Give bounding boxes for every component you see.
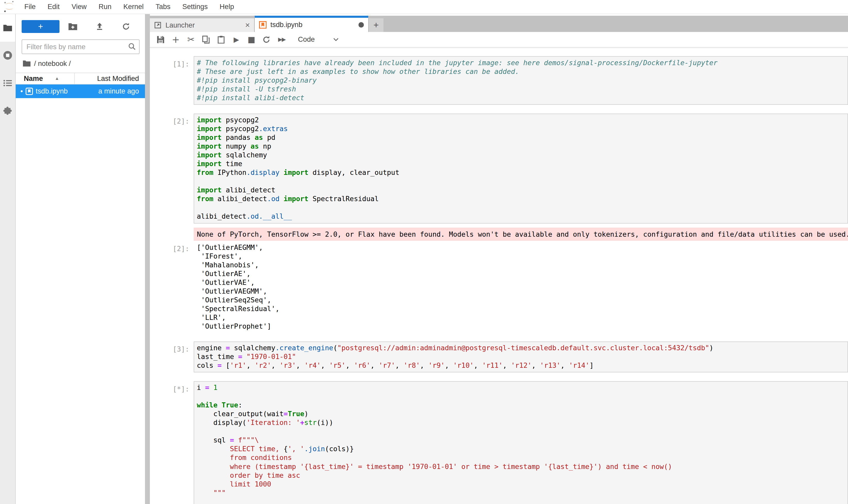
code-line: import sqlalchemy: [197, 151, 847, 159]
scissors-icon: ✂: [187, 35, 194, 44]
code-line: engine = sqlalchemy.create_engine("postg…: [197, 344, 847, 352]
menu-view[interactable]: View: [66, 0, 93, 14]
refresh-button[interactable]: [113, 20, 140, 33]
paste-icon: [218, 36, 224, 43]
stderr-output: None of PyTorch, TensorFlow >= 2.0, or F…: [194, 228, 848, 241]
code-line: import psycopg2.extras: [197, 124, 847, 133]
code-line: order by time asc: [197, 471, 847, 480]
code-line: i = 1: [197, 383, 847, 392]
run-button[interactable]: ▶: [229, 33, 244, 46]
output-line: ['OutlierAEGMM',: [197, 243, 848, 252]
tab-launcher[interactable]: Launcher ×: [150, 18, 255, 32]
new-launcher-button[interactable]: +: [22, 20, 59, 33]
paste-cells-button[interactable]: [214, 33, 229, 46]
code-line: [197, 497, 847, 504]
filter-files-input[interactable]: [22, 39, 140, 54]
tab-label: Launcher: [166, 21, 195, 29]
cut-cells-button[interactable]: ✂: [183, 33, 199, 46]
code-editor[interactable]: engine = sqlalchemy.create_engine("postg…: [194, 342, 848, 373]
code-line: clear_output(wait=True): [197, 410, 847, 418]
code-line: [197, 177, 847, 186]
interrupt-kernel-button[interactable]: ■: [244, 33, 259, 46]
code-line: # These are just left in as examples to …: [197, 67, 847, 76]
cell-type-value: Code: [298, 35, 315, 43]
sidebar-tab-extensions[interactable]: [0, 97, 15, 124]
dock-tab-bar: Launcher × tsdb.ipynb +: [150, 16, 848, 32]
file-name: tsdb.ipynb: [36, 87, 68, 95]
code-editor[interactable]: # The following libraries have already b…: [194, 56, 848, 105]
output-line: 'OutlierSeq2Seq',: [197, 296, 848, 304]
file-browser-toolbar: +: [16, 14, 145, 33]
new-tab-button[interactable]: +: [368, 18, 383, 32]
restart-kernel-button[interactable]: [259, 33, 274, 46]
running-icon: [3, 51, 12, 60]
plus-icon: +: [172, 34, 180, 45]
cell-prompt: [150, 228, 194, 241]
menu-file[interactable]: File: [18, 0, 41, 14]
cell-type-dropdown[interactable]: Code: [294, 34, 342, 44]
sidebar-splitter[interactable]: [145, 14, 150, 504]
code-line: display('Iteration: '+str(i)): [197, 418, 847, 427]
code-line: import psycopg2: [197, 115, 847, 124]
upload-button[interactable]: [86, 20, 113, 33]
chevron-down-icon: [333, 38, 339, 41]
new-folder-button[interactable]: [59, 20, 86, 33]
notebook-toolbar: + ✂ ▶ ■: [150, 32, 848, 48]
list-icon: [3, 79, 12, 87]
unsaved-changes-dot[interactable]: [359, 22, 364, 28]
puzzle-icon: [3, 106, 12, 115]
menu-help[interactable]: Help: [214, 0, 240, 14]
notebook-file-icon: [25, 88, 33, 95]
menu-settings[interactable]: Settings: [176, 0, 214, 14]
code-editor[interactable]: import psycopg2import psycopg2.extrasimp…: [194, 113, 848, 223]
file-row-tsdb[interactable]: • tsdb.ipynb a minute ago: [16, 85, 145, 98]
output-cell: [2]:['OutlierAEGMM', 'IForest', 'Mahalan…: [150, 241, 848, 333]
menu-kernel[interactable]: Kernel: [118, 0, 150, 14]
code-line: cols = ['r1', 'r2', 'r3', 'r4', 'r5', 'r…: [197, 361, 847, 370]
restart-run-all-button[interactable]: ▶▶: [274, 33, 289, 46]
menu-edit[interactable]: Edit: [42, 0, 66, 14]
save-button[interactable]: [153, 33, 168, 46]
code-line: import numpy as np: [197, 142, 847, 151]
notebook-scroll-area[interactable]: [1]:# The following libraries have alrea…: [150, 48, 848, 504]
output-line: 'SpectralResidual',: [197, 304, 848, 313]
code-line: alibi_detect.od.__all__: [197, 212, 847, 221]
add-cell-button[interactable]: +: [168, 33, 183, 46]
notebook-cells: [1]:# The following libraries have alrea…: [150, 56, 848, 504]
menu-tabs[interactable]: Tabs: [150, 0, 176, 14]
tab-tsdb-notebook[interactable]: tsdb.ipynb: [255, 16, 368, 32]
code-cell: [2]:import psycopg2import psycopg2.extra…: [150, 113, 848, 223]
column-header-name[interactable]: Name ▲: [16, 73, 75, 84]
output-line: 'IForest',: [197, 252, 848, 260]
code-cell: [*]:i = 1 while True: clear_output(wait=…: [150, 381, 848, 504]
breadcrumb[interactable]: / notebook /: [16, 54, 145, 68]
execute-result-output: ['OutlierAEGMM', 'IForest', 'Mahalanobis…: [194, 241, 848, 333]
cell-prompt: [*]:: [150, 381, 194, 504]
code-line: #!pip install -U tsfresh: [197, 85, 847, 93]
search-icon: [128, 42, 137, 51]
copy-icon: [202, 36, 210, 43]
cell-prompt: [3]:: [150, 342, 194, 373]
code-line: import alibi_detect: [197, 186, 847, 195]
close-icon[interactable]: ×: [245, 22, 250, 29]
file-modified: a minute ago: [68, 87, 145, 95]
code-editor[interactable]: i = 1 while True: clear_output(wait=True…: [194, 381, 848, 504]
code-line: from IPython.display import display, cle…: [197, 168, 847, 177]
code-line: limit 1000: [197, 480, 847, 489]
code-line: import pandas as pd: [197, 133, 847, 142]
save-icon: [157, 36, 165, 43]
copy-cells-button[interactable]: [199, 33, 214, 46]
menu-run[interactable]: Run: [93, 0, 118, 14]
code-line: last_time = "1970-01-01": [197, 352, 847, 361]
launcher-icon: [154, 21, 161, 29]
column-header-last-modified[interactable]: Last Modified: [75, 74, 145, 83]
main-dock-panel: Launcher × tsdb.ipynb +: [150, 14, 848, 504]
output-line: 'OutlierVAEGMM',: [197, 287, 848, 296]
code-line: # The following libraries have already b…: [197, 58, 847, 67]
sidebar-tab-file-browser[interactable]: [0, 14, 15, 42]
sidebar-tab-table-of-contents[interactable]: [0, 69, 15, 97]
sidebar-tab-running-sessions[interactable]: [0, 42, 15, 69]
menu-bar: FileEditViewRunKernelTabsSettingsHelp: [0, 0, 848, 14]
code-line: while True:: [197, 401, 847, 410]
output-line: 'OutlierAE',: [197, 269, 848, 278]
